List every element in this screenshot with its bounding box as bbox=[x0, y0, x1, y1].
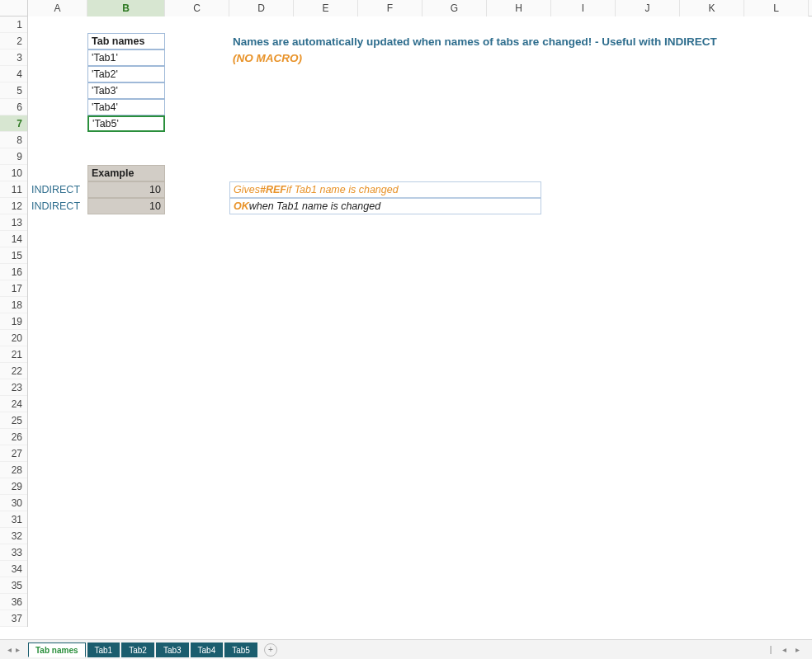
note-row-2[interactable]: OK when Tab1 name is changed bbox=[229, 198, 541, 214]
row-header-2[interactable]: 2 bbox=[0, 33, 27, 49]
row-header-36[interactable]: 36 bbox=[0, 594, 27, 610]
row-header-13[interactable]: 13 bbox=[0, 214, 27, 231]
col-header-L[interactable]: L bbox=[744, 0, 809, 16]
row-header-16[interactable]: 16 bbox=[0, 264, 27, 280]
note1-accent: #REF bbox=[260, 184, 286, 195]
col-header-J[interactable]: J bbox=[616, 0, 680, 16]
row-header-7[interactable]: 7 bbox=[0, 115, 27, 132]
note1-prefix: Gives bbox=[234, 184, 260, 195]
nav-right-icon[interactable]: ▸ bbox=[792, 644, 802, 656]
row-header-18[interactable]: 18 bbox=[0, 297, 27, 313]
cell-tab5-selected[interactable]: 'Tab5' bbox=[87, 115, 165, 132]
row-header-24[interactable]: 24 bbox=[0, 396, 27, 412]
add-sheet-button[interactable]: + bbox=[264, 643, 277, 657]
row-header-27[interactable]: 27 bbox=[0, 445, 27, 462]
row-header-9[interactable]: 9 bbox=[0, 148, 27, 165]
nav-left-icon[interactable]: ◂ bbox=[779, 644, 789, 656]
row-header-8[interactable]: 8 bbox=[0, 132, 27, 148]
cell-b11-value[interactable]: 10 bbox=[87, 181, 165, 198]
col-header-K[interactable]: K bbox=[680, 0, 744, 16]
note1-suffix: if Tab1 name is changed bbox=[286, 184, 399, 195]
sheet-tab-1[interactable]: Tab1 bbox=[87, 643, 120, 657]
col-header-B[interactable]: B bbox=[87, 0, 165, 16]
row-header-15[interactable]: 15 bbox=[0, 247, 27, 264]
row-header-28[interactable]: 28 bbox=[0, 462, 27, 478]
select-all-corner[interactable] bbox=[0, 0, 28, 16]
cell-tab3[interactable]: 'Tab3' bbox=[87, 82, 165, 99]
col-header-I[interactable]: I bbox=[551, 0, 616, 16]
row-header-6[interactable]: 6 bbox=[0, 99, 27, 115]
sheet-tab-4[interactable]: Tab4 bbox=[191, 643, 224, 657]
sheet-tab-2[interactable]: Tab2 bbox=[121, 643, 154, 657]
row-header-37[interactable]: 37 bbox=[0, 610, 27, 627]
row-header-14[interactable]: 14 bbox=[0, 231, 27, 247]
worksheet-tab-bar: ◂ ▸ Tab names Tab1 Tab2 Tab3 Tab4 Tab5 +… bbox=[0, 639, 812, 659]
col-header-D[interactable]: D bbox=[229, 0, 294, 16]
headline-text: Names are automatically updated when nam… bbox=[229, 33, 807, 49]
col-header-G[interactable]: G bbox=[423, 0, 487, 16]
col-header-H[interactable]: H bbox=[487, 0, 551, 16]
row-header-5[interactable]: 5 bbox=[0, 82, 27, 99]
row-header-25[interactable]: 25 bbox=[0, 412, 27, 429]
col-header-E[interactable]: E bbox=[294, 0, 358, 16]
row-header-34[interactable]: 34 bbox=[0, 561, 27, 577]
spreadsheet-area: A B C D E F G H I J K L 1234567891011121… bbox=[0, 0, 812, 639]
cell-b12-value[interactable]: 10 bbox=[87, 198, 165, 214]
row-header-26[interactable]: 26 bbox=[0, 429, 27, 445]
row-header-11[interactable]: 11 bbox=[0, 181, 27, 198]
sheet-tab-active[interactable]: Tab names bbox=[28, 643, 86, 657]
row-header-12[interactable]: 12 bbox=[0, 198, 27, 214]
row-headers: 1234567891011121314151617181920212223242… bbox=[0, 16, 28, 627]
row-header-32[interactable]: 32 bbox=[0, 528, 27, 544]
cell-tab2[interactable]: 'Tab2' bbox=[87, 66, 165, 82]
sheet-tab-3[interactable]: Tab3 bbox=[156, 643, 189, 657]
subheadline-text: (NO MACRO) bbox=[229, 49, 477, 66]
row-header-21[interactable]: 21 bbox=[0, 346, 27, 363]
cell-tab1[interactable]: 'Tab1' bbox=[87, 49, 165, 66]
row-header-35[interactable]: 35 bbox=[0, 577, 27, 594]
row-header-4[interactable]: 4 bbox=[0, 66, 27, 82]
note2-suffix: when Tab1 name is changed bbox=[249, 200, 380, 212]
row-header-17[interactable]: 17 bbox=[0, 280, 27, 297]
nav-bar-icon[interactable]: | bbox=[766, 644, 776, 656]
col-header-F[interactable]: F bbox=[358, 0, 423, 16]
cells[interactable]: Tab names 'Tab1' 'Tab2' 'Tab3' 'Tab4' 'T… bbox=[28, 16, 812, 639]
tab-scroll-left-icon[interactable]: ◂ bbox=[5, 644, 13, 656]
cell-a12-label[interactable]: INDIRECT bbox=[28, 198, 87, 214]
row-header-19[interactable]: 19 bbox=[0, 313, 27, 330]
row-header-20[interactable]: 20 bbox=[0, 330, 27, 346]
tab-scroll-right-icon[interactable]: ▸ bbox=[13, 644, 21, 656]
cell-tabnames-header[interactable]: Tab names bbox=[87, 33, 165, 49]
row-header-29[interactable]: 29 bbox=[0, 478, 27, 495]
row-header-10[interactable]: 10 bbox=[0, 165, 27, 181]
cell-a11-label[interactable]: INDIRECT bbox=[28, 181, 87, 198]
cell-tab4[interactable]: 'Tab4' bbox=[87, 99, 165, 115]
note-row-1[interactable]: Gives #REF if Tab1 name is changed bbox=[229, 181, 541, 198]
row-header-22[interactable]: 22 bbox=[0, 363, 27, 379]
tab-nav-controls: | ◂ ▸ bbox=[764, 644, 812, 656]
row-header-23[interactable]: 23 bbox=[0, 379, 27, 396]
col-header-A[interactable]: A bbox=[28, 0, 87, 16]
col-header-C[interactable]: C bbox=[165, 0, 229, 16]
row-header-33[interactable]: 33 bbox=[0, 544, 27, 561]
cell-example-header[interactable]: Example bbox=[87, 165, 165, 181]
column-headers: A B C D E F G H I J K L bbox=[28, 0, 812, 16]
row-header-30[interactable]: 30 bbox=[0, 495, 27, 511]
row-header-31[interactable]: 31 bbox=[0, 511, 27, 528]
row-header-1[interactable]: 1 bbox=[0, 16, 27, 33]
row-header-3[interactable]: 3 bbox=[0, 49, 27, 66]
sheet-tab-5[interactable]: Tab5 bbox=[224, 643, 257, 657]
note2-accent: OK bbox=[234, 200, 249, 212]
